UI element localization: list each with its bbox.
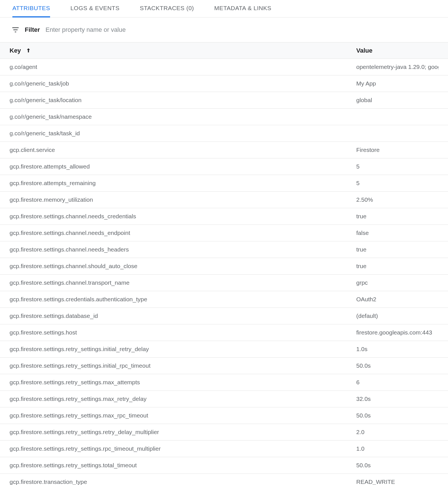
attr-key: gcp.firestore.settings.host [10,329,356,336]
attr-key: gcp.firestore.settings.retry_settings.re… [10,429,356,435]
attr-value: 50.0s [356,462,438,469]
table-row[interactable]: gcp.firestore.settings.retry_settings.rp… [0,441,448,457]
table-row[interactable]: gcp.firestore.settings.retry_settings.in… [0,341,448,358]
column-header-key[interactable]: Key [10,47,356,54]
table-row[interactable]: g.co/r/generic_task/jobMy App [0,75,448,92]
attr-key: gcp.firestore.settings.retry_settings.to… [10,462,356,469]
attr-key: gcp.firestore.settings.channel.needs_cre… [10,213,356,220]
tab-logs-events[interactable]: LOGS & EVENTS [70,0,120,17]
table-row[interactable]: g.co/r/generic_task/locationglobal [0,92,448,109]
attr-value: My App [356,80,438,87]
table-row[interactable]: gcp.firestore.memory_utilization2.50% [0,192,448,208]
attr-value: OAuth2 [356,296,438,303]
attr-key: gcp.firestore.settings.retry_settings.ma… [10,396,356,402]
attr-value: firestore.googleapis.com:443 [356,329,438,336]
table-row[interactable]: g.co/agentopentelemetry-java 1.29.0; goo… [0,59,448,75]
filter-label: Filter [25,26,40,33]
attr-key: g.co/r/generic_task/job [10,80,356,87]
filter-bar: Filter [0,17,448,42]
attr-key: gcp.firestore.settings.database_id [10,313,356,319]
table-row[interactable]: gcp.client.serviceFirestore [0,142,448,158]
attr-value: grpc [356,279,438,286]
attr-value: 50.0s [356,412,438,419]
table-row[interactable]: gcp.firestore.settings.hostfirestore.goo… [0,324,448,341]
attr-key: gcp.firestore.transaction_type [10,479,356,485]
attr-key: g.co/r/generic_task/task_id [10,130,356,137]
table-row[interactable]: g.co/r/generic_task/namespace [0,109,448,125]
attr-value: opentelemetry-java 1.29.0; google-cloud-… [356,64,438,70]
attributes-table: Key Value g.co/agentopentelemetry-java 1… [0,42,448,485]
attr-value: 1.0 [356,445,438,452]
tabs-bar: ATTRIBUTES LOGS & EVENTS STACKTRACES (0)… [0,0,448,17]
attr-value: 5 [356,163,438,170]
attr-key: gcp.client.service [10,147,356,153]
table-row[interactable]: gcp.firestore.settings.retry_settings.ma… [0,374,448,391]
column-header-value[interactable]: Value [356,47,438,54]
filter-icon [11,26,20,34]
table-row[interactable]: g.co/r/generic_task/task_id [0,125,448,142]
attr-key: gcp.firestore.settings.channel.needs_hea… [10,246,356,253]
attr-key: gcp.firestore.settings.credentials.authe… [10,296,356,303]
table-row[interactable]: gcp.firestore.settings.retry_settings.ma… [0,407,448,424]
table-header: Key Value [0,42,448,59]
attr-value: 50.0s [356,362,438,369]
attr-value: 6 [356,379,438,386]
attr-key: g.co/r/generic_task/namespace [10,113,356,120]
table-row[interactable]: gcp.firestore.settings.channel.transport… [0,275,448,291]
attr-key: gcp.firestore.settings.channel.needs_end… [10,230,356,236]
attr-key: gcp.firestore.attempts_allowed [10,163,356,170]
attr-value: true [356,263,438,270]
column-header-key-label: Key [10,47,21,54]
attr-key: gcp.firestore.settings.retry_settings.ma… [10,412,356,419]
attr-value: Firestore [356,147,438,153]
attr-value: READ_WRITE [356,479,438,485]
attr-value: 2.0 [356,429,438,435]
table-row[interactable]: gcp.firestore.transaction_typeREAD_WRITE [0,474,448,485]
table-row[interactable]: gcp.firestore.settings.channel.should_au… [0,258,448,275]
attr-key: gcp.firestore.settings.retry_settings.in… [10,346,356,352]
attr-key: gcp.firestore.settings.retry_settings.ma… [10,379,356,386]
table-row[interactable]: gcp.firestore.settings.retry_settings.to… [0,457,448,474]
tab-attributes[interactable]: ATTRIBUTES [12,0,50,17]
table-row[interactable]: gcp.firestore.attempts_remaining5 [0,175,448,192]
attr-value: global [356,97,438,104]
attr-value: true [356,213,438,220]
attr-value: true [356,246,438,253]
attr-key: gcp.firestore.attempts_remaining [10,180,356,187]
attr-value: (default) [356,313,438,319]
column-header-value-label: Value [356,47,372,54]
attr-key: g.co/r/generic_task/location [10,97,356,104]
sort-asc-icon [25,47,32,53]
attr-value: 1.0s [356,346,438,352]
table-row[interactable]: gcp.firestore.settings.retry_settings.re… [0,424,448,441]
attr-value: 32.0s [356,396,438,402]
attr-key: gcp.firestore.memory_utilization [10,196,356,203]
attr-value: 5 [356,180,438,187]
table-row[interactable]: gcp.firestore.settings.retry_settings.in… [0,358,448,374]
attr-key: gcp.firestore.settings.channel.should_au… [10,263,356,270]
attr-value: false [356,230,438,236]
table-row[interactable]: gcp.firestore.settings.retry_settings.ma… [0,391,448,407]
table-row[interactable]: gcp.firestore.settings.credentials.authe… [0,291,448,308]
tab-stacktraces[interactable]: STACKTRACES (0) [140,0,194,17]
table-row[interactable]: gcp.firestore.settings.database_id(defau… [0,308,448,324]
attr-key: gcp.firestore.settings.channel.transport… [10,279,356,286]
table-row[interactable]: gcp.firestore.settings.channel.needs_cre… [0,208,448,225]
table-row[interactable]: gcp.firestore.attempts_allowed5 [0,158,448,175]
table-row[interactable]: gcp.firestore.settings.channel.needs_end… [0,225,448,241]
attr-key: g.co/agent [10,64,356,70]
filter-input[interactable] [45,26,437,34]
attr-key: gcp.firestore.settings.retry_settings.rp… [10,445,356,452]
attr-key: gcp.firestore.settings.retry_settings.in… [10,362,356,369]
tab-metadata-links[interactable]: METADATA & LINKS [214,0,271,17]
table-row[interactable]: gcp.firestore.settings.channel.needs_hea… [0,241,448,258]
attr-value: 2.50% [356,196,438,203]
